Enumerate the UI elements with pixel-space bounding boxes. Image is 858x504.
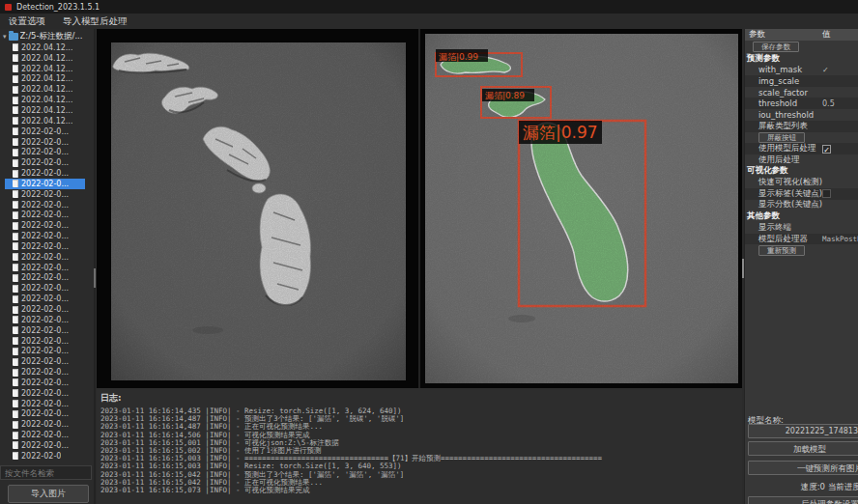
menu-item-1[interactable]: 导入模型后处理 bbox=[54, 15, 136, 28]
tree-item[interactable]: 2022-02-0... bbox=[5, 273, 85, 284]
file-icon bbox=[13, 264, 18, 271]
tree-item[interactable]: 2022-02-0... bbox=[5, 220, 85, 231]
menu-item-0[interactable]: 设置选项 bbox=[0, 15, 54, 28]
chevron-down-icon[interactable]: ▾ bbox=[3, 33, 7, 41]
file-icon bbox=[13, 211, 18, 219]
param-row[interactable]: 显示标签(关键点) bbox=[745, 188, 858, 200]
tree-item[interactable]: 2022.04.12... bbox=[5, 105, 85, 116]
tree-item[interactable]: 2022.04.12... bbox=[5, 74, 85, 85]
tree-item-label: 2022-02-0... bbox=[21, 232, 69, 240]
tree-item[interactable]: 2022-02-0... bbox=[5, 356, 85, 367]
file-icon bbox=[13, 242, 18, 250]
tree-item[interactable]: 2022-02-0... bbox=[5, 210, 85, 221]
param-row[interactable]: img_scale bbox=[745, 75, 858, 87]
tree-item[interactable]: 2022-02-0... bbox=[5, 399, 85, 409]
file-icon bbox=[13, 75, 18, 83]
tree-item-label: 2022-02-0... bbox=[21, 190, 69, 199]
tree-item[interactable]: 2022-02-0... bbox=[5, 231, 85, 241]
param-label: 显示分数(关键点) bbox=[758, 199, 822, 210]
tree-item[interactable]: 2022-02-0... bbox=[5, 430, 85, 440]
tree-item[interactable]: 2022-02-0... bbox=[5, 157, 85, 168]
tree-item-label: 2022-02-0... bbox=[21, 400, 69, 408]
tree-item[interactable]: 2022-02-0... bbox=[5, 367, 85, 378]
param-row[interactable]: 快速可视化(检测) bbox=[745, 177, 858, 188]
image-prediction[interactable]: 漏箔|0.99 漏箔|0.89 漏箔|0.97 bbox=[425, 34, 738, 383]
tree-item[interactable]: 2022-02-0... bbox=[5, 179, 85, 189]
param-row[interactable]: iou_threshold bbox=[745, 109, 858, 121]
tree-item-label: 2022-02-0... bbox=[21, 347, 69, 355]
file-icon bbox=[13, 285, 18, 293]
param-row[interactable]: 使用模型后处理✓ bbox=[745, 143, 858, 154]
file-icon bbox=[13, 316, 18, 323]
tree-item-label: 2022.04.12... bbox=[21, 65, 72, 73]
tree-item-label: 2022-02-0... bbox=[21, 305, 69, 314]
tree-item[interactable]: 2022-02-0... bbox=[5, 147, 85, 157]
tree-item-label: 2022-02-0... bbox=[21, 138, 69, 147]
tree-item[interactable]: 2022-02-0... bbox=[5, 325, 85, 336]
param-row[interactable]: threshold0.5 bbox=[745, 98, 858, 109]
tree-item[interactable]: 2022-02-0... bbox=[5, 200, 85, 210]
tree-item[interactable]: 2022.04.12... bbox=[5, 42, 85, 53]
left-divider-thumb[interactable] bbox=[94, 268, 96, 288]
app-icon bbox=[5, 4, 12, 11]
tree-item[interactable]: 2022.04.12... bbox=[5, 116, 85, 126]
param-row[interactable]: 屏蔽类型列表 bbox=[745, 121, 858, 132]
mask-types-button[interactable]: 屏蔽按钮 bbox=[758, 132, 805, 143]
tree-item[interactable]: 2022-02-0... bbox=[5, 168, 85, 179]
tree-item-label: 2022-02-0... bbox=[21, 420, 69, 429]
tree-item[interactable]: 2022-02-0... bbox=[5, 304, 85, 315]
params-panel: 参数 值 保存参数预测参数with_mask✓img_scalescale_fa… bbox=[744, 29, 858, 504]
re-predict-button[interactable]: 重新预测 bbox=[758, 245, 805, 256]
tree-item-label: 2022-02-0... bbox=[21, 316, 69, 324]
tree-item[interactable]: 2022-02-0... bbox=[5, 419, 85, 430]
tree-item[interactable]: 2022-02-0... bbox=[5, 189, 85, 200]
tree-item[interactable]: 2022-02-0... bbox=[5, 440, 85, 451]
params-header: 参数 值 bbox=[745, 29, 858, 41]
image-splitter[interactable] bbox=[418, 29, 420, 388]
tree-item[interactable]: 2022-02-0... bbox=[5, 283, 85, 294]
tree-item[interactable]: 2022-02-0... bbox=[5, 263, 85, 273]
param-rows: 保存参数预测参数with_mask✓img_scalescale_factort… bbox=[745, 42, 858, 256]
tree-item[interactable]: 2022-02-0... bbox=[5, 252, 85, 263]
file-icon bbox=[13, 389, 18, 397]
file-list: 2022.04.12...2022.04.12...2022.04.12...2… bbox=[0, 42, 94, 462]
checkbox[interactable]: ✓ bbox=[822, 145, 831, 154]
param-row[interactable]: 模型后处理器MaskPostPro bbox=[745, 234, 858, 245]
param-button-row: 保存参数 bbox=[745, 42, 858, 53]
param-row[interactable]: scale_factor bbox=[745, 87, 858, 98]
file-icon bbox=[13, 421, 18, 429]
tree-item[interactable]: 2022-02-0... bbox=[5, 126, 85, 137]
tree-item[interactable]: 2022.04.12... bbox=[5, 53, 85, 64]
model-name-field[interactable]: 20221225_174813 bbox=[748, 424, 858, 438]
param-row[interactable]: with_mask✓ bbox=[745, 64, 858, 75]
file-icon bbox=[13, 54, 18, 62]
tree-item[interactable]: 2022-02-0... bbox=[5, 294, 85, 304]
tree-item[interactable]: 2022-02-0... bbox=[5, 336, 85, 347]
tree-item[interactable]: 2022.04.12... bbox=[5, 64, 85, 74]
tree-item[interactable]: 2022-02-0... bbox=[5, 409, 85, 420]
file-tree-panel: ▾ Z:/5-标注数据/... 2022.04.12...2022.04.12.… bbox=[0, 29, 96, 504]
tree-item[interactable]: 2022.04.12... bbox=[5, 95, 85, 105]
param-row[interactable]: 使用后处理 bbox=[745, 154, 858, 166]
tree-item[interactable]: 2022.04.12... bbox=[5, 84, 85, 95]
param-row[interactable]: 显示分数(关键点) bbox=[745, 200, 858, 211]
predict-all-button[interactable]: 一键预测所有图片 bbox=[748, 461, 858, 475]
postprocess-params-button[interactable]: 后处理参数设置 bbox=[748, 496, 858, 504]
tree-item[interactable]: 2022-02-0... bbox=[5, 137, 85, 148]
tree-item[interactable]: 2022-02-0 bbox=[5, 451, 85, 462]
image-original[interactable] bbox=[111, 42, 406, 380]
tree-item[interactable]: 2022-02-0... bbox=[5, 241, 85, 252]
tree-item[interactable]: 2022-02-0... bbox=[5, 346, 85, 356]
tree-root[interactable]: ▾ Z:/5-标注数据/... bbox=[0, 31, 94, 42]
tree-item[interactable]: 2022-02-0... bbox=[5, 378, 85, 388]
file-icon bbox=[13, 233, 18, 240]
param-row[interactable]: 显示终端 bbox=[745, 222, 858, 234]
search-input[interactable] bbox=[0, 465, 92, 480]
tree-item[interactable]: 2022-02-0... bbox=[5, 388, 85, 399]
tree-item[interactable]: 2022-02-0... bbox=[5, 315, 85, 325]
save-params-button[interactable]: 保存参数 bbox=[753, 42, 799, 52]
load-model-button[interactable]: 加载模型 bbox=[748, 441, 858, 456]
import-images-button[interactable]: 导入图片 bbox=[8, 485, 89, 503]
checkbox[interactable] bbox=[822, 189, 831, 198]
file-icon bbox=[13, 337, 18, 345]
